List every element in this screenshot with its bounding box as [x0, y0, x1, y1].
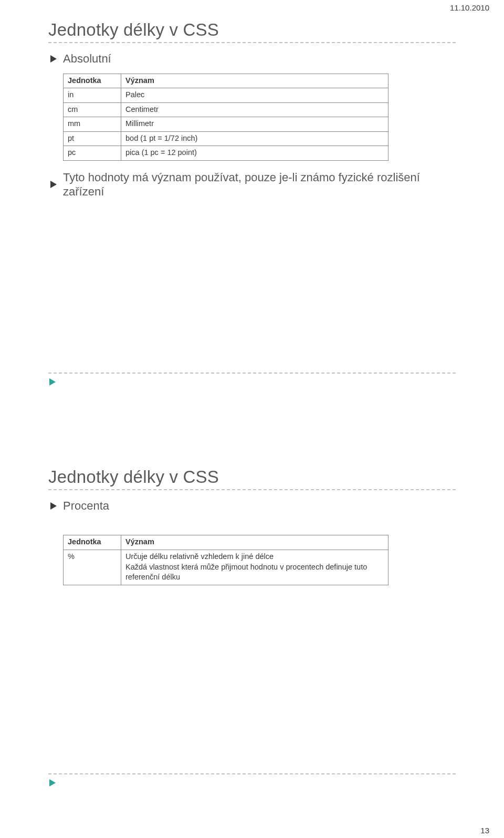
table-header-cell: Jednotka	[64, 74, 121, 88]
table-row: pt bod (1 pt = 1/72 inch)	[64, 131, 388, 146]
divider	[48, 373, 456, 374]
triangle-right-icon	[49, 180, 58, 189]
triangle-right-icon	[49, 502, 58, 510]
slide-2: Jednotky délky v CSS Procenta Jednotka V…	[48, 467, 456, 789]
divider	[48, 489, 456, 490]
page-number: 13	[480, 826, 489, 835]
svg-marker-2	[49, 378, 56, 386]
table-cell: Centimetr	[121, 102, 388, 117]
table-cell: Palec	[121, 88, 388, 103]
svg-marker-3	[50, 502, 57, 510]
triangle-right-icon	[48, 378, 57, 386]
table-header-cell: Jednotka	[64, 535, 121, 550]
svg-marker-4	[49, 779, 56, 787]
table-absolute-units: Jednotka Význam in Palec cm Centimetr mm…	[63, 74, 388, 161]
svg-marker-1	[50, 181, 57, 188]
table-percent-units: Jednotka Význam % Určuje délku relativně…	[63, 535, 388, 585]
table-row: pc pica (1 pc = 12 point)	[64, 146, 388, 161]
table-cell: cm	[64, 102, 121, 117]
table-cell: pica (1 pc = 12 point)	[121, 146, 388, 161]
table-cell: bod (1 pt = 1/72 inch)	[121, 131, 388, 146]
table-cell: mm	[64, 117, 121, 132]
page: 11.10.2010 Jednotky délky v CSS Absolutn…	[0, 0, 504, 838]
table-header-cell: Význam	[121, 74, 388, 88]
table-row: in Palec	[64, 88, 388, 103]
table-header-cell: Význam	[121, 535, 388, 550]
slide-2-end	[48, 773, 456, 789]
bullet-percent-label: Procenta	[63, 499, 109, 513]
table-row: mm Millimetr	[64, 117, 388, 132]
triangle-right-icon	[49, 55, 58, 63]
slide-2-title: Jednotky délky v CSS	[48, 467, 456, 487]
bullet-absolute: Absolutní	[49, 51, 456, 66]
svg-marker-0	[50, 55, 57, 63]
table-cell: pt	[64, 131, 121, 146]
table-row: cm Centimetr	[64, 102, 388, 117]
divider	[48, 773, 456, 774]
table-cell: pc	[64, 146, 121, 161]
bullet-note-label: Tyto hodnoty má význam používat, pouze j…	[63, 170, 456, 199]
triangle-right-icon	[48, 779, 57, 787]
table-cell: %	[64, 550, 121, 585]
bullet-note: Tyto hodnoty má význam používat, pouze j…	[49, 170, 456, 199]
table-row: % Určuje délku relativně vzhledem k jiné…	[64, 550, 388, 585]
divider	[48, 42, 456, 43]
table-header-row: Jednotka Význam	[64, 535, 388, 550]
table-cell: in	[64, 88, 121, 103]
slide-1: Jednotky délky v CSS Absolutní Jednotka …	[48, 20, 456, 388]
page-date: 11.10.2010	[450, 3, 489, 12]
bullet-percent: Procenta	[49, 499, 456, 513]
table-cell: Určuje délku relativně vzhledem k jiné d…	[121, 550, 388, 585]
slide-1-title: Jednotky délky v CSS	[48, 20, 456, 40]
slide-1-end	[48, 373, 456, 388]
table-cell: Millimetr	[121, 117, 388, 132]
bullet-absolute-label: Absolutní	[63, 51, 111, 66]
table-header-row: Jednotka Význam	[64, 74, 388, 88]
